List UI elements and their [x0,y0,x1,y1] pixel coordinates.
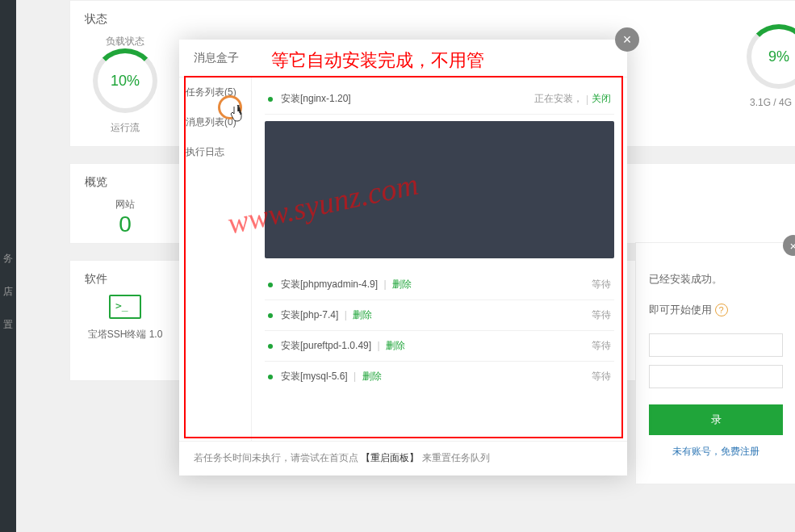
task-name: 安装[mysql-5.6] [281,371,348,382]
close-icon[interactable]: × [783,235,795,256]
task-row: 安装[mysql-5.6] | 删除 等待 [265,362,614,392]
task-name: 安装[php-7.4] [281,309,338,320]
disk-gauge-label: 3.1G / 4G [747,97,795,108]
task-delete-link[interactable]: 删除 [392,279,412,290]
task-row: 安装[pureftpd-1.0.49] | 删除 等待 [265,331,614,362]
task-row: 安装[phpmyadmin-4.9] | 删除 等待 [265,270,614,300]
login-button[interactable]: 录 [649,404,783,435]
task-close-link[interactable]: 关闭 [592,92,611,106]
close-icon[interactable]: × [615,27,639,52]
help-icon[interactable]: ? [715,304,728,316]
modal-footer: 若任务长时间未执行，请尝试在首页点 【重启面板】 来重置任务队列 [179,441,627,475]
status-dot-icon [268,375,273,379]
modal-content: 安装[nginx-1.20] 正在安装， | 关闭 安装[phpmyadmin-… [252,77,627,441]
task-row: 安装[php-7.4] | 删除 等待 [265,300,614,331]
tab-exec-log[interactable]: 执行日志 [179,137,251,167]
cursor-pointer-icon [229,105,244,126]
task-name: 安装[nginx-1.20] [281,92,534,106]
start-use-text: 即可开始使用 ? [649,303,783,317]
task-status: 正在安装， [534,92,583,106]
overview-col-site[interactable]: 网站 0 [85,198,165,237]
task-name: 安装[phpmyadmin-4.9] [281,279,378,290]
task-status: 等待 [592,370,611,383]
task-row-active: 安装[nginx-1.20] 正在安装， | 关闭 [265,87,614,115]
task-delete-link[interactable]: 删除 [362,371,382,382]
nav-item[interactable]: 置 [0,308,16,341]
task-status: 等待 [592,308,611,322]
message-box-modal: × 消息盒子 任务列表(5) 消息列表(0) 执行日志 安装[nginx-1.2… [179,40,627,475]
task-delete-link[interactable]: 删除 [353,309,372,320]
status-dot-icon [268,344,273,349]
nav-item[interactable]: 务 [0,242,16,275]
status-dot-icon [268,283,273,287]
task-status: 等待 [592,278,611,291]
login-side-panel: × 已经安装成功。 即可开始使用 ? 录 未有账号，免费注册 [635,242,795,484]
annotation-hint: 等它自动安装完成，不用管 [271,48,484,73]
load-gauge-block: 负载状态 10% 运行流 [85,35,165,135]
status-dot-icon [268,97,273,102]
overview-label: 网站 [85,198,165,212]
task-name: 安装[pureftpd-1.0.49] [281,340,371,351]
password-field[interactable] [649,365,783,388]
software-label: 宝塔SSH终端 1.0 [85,328,165,341]
nav-item[interactable]: 店 [0,275,16,308]
terminal-icon [109,295,141,319]
overview-value: 0 [85,212,165,237]
gauge-label-top: 负载状态 [85,35,165,48]
install-success-text: 已经安装成功。 [649,272,783,287]
install-log-terminal[interactable] [265,121,614,258]
task-status: 等待 [592,339,611,353]
gauge-label-bottom: 运行流 [85,121,165,135]
restart-panel-hint: 【重启面板】 [361,452,419,463]
status-dot-icon [268,313,273,318]
disk-gauge: 9% [747,24,795,89]
app-nav-sidebar: 务 店 置 [0,0,16,532]
register-link[interactable]: 未有账号，免费注册 [649,445,783,459]
username-field[interactable] [649,333,783,357]
modal-sidebar: 任务列表(5) 消息列表(0) 执行日志 [179,77,252,441]
task-delete-link[interactable]: 删除 [386,340,405,351]
load-gauge: 10% [93,48,157,113]
software-item-ssh[interactable]: 宝塔SSH终端 1.0 [85,295,165,341]
status-title: 状态 [85,12,780,27]
